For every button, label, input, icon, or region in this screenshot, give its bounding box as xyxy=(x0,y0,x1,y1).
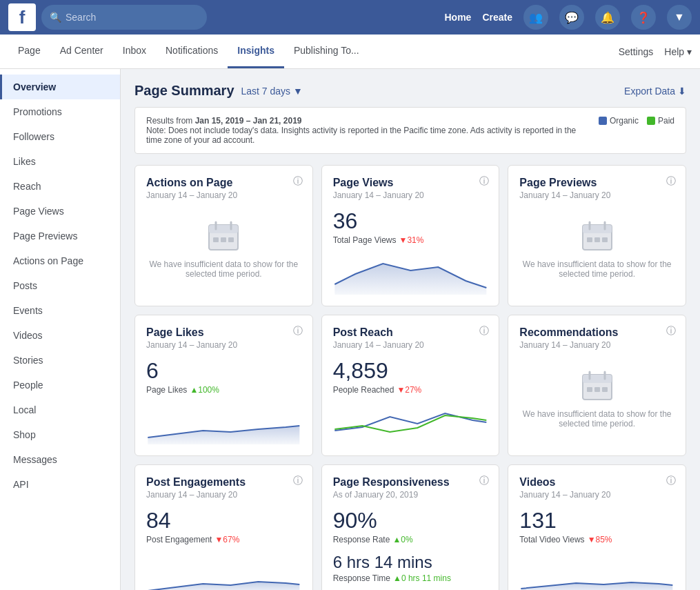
sidebar-item-page-previews[interactable]: Page Previews xyxy=(0,224,120,248)
sidebar-item-likes[interactable]: Likes xyxy=(0,149,120,174)
mini-chart xyxy=(146,553,301,590)
sidebar-item-people[interactable]: People xyxy=(0,373,120,397)
sidebar-item-overview[interactable]: Overview xyxy=(0,75,120,99)
sidebar-item-actions-on-page[interactable]: Actions on Page xyxy=(0,248,120,273)
people-icon[interactable]: 👥 xyxy=(523,5,548,30)
response-time-subtext: Response Time ▲0 hrs 11 mins xyxy=(333,573,488,583)
summary-title: Page Summary xyxy=(134,83,234,99)
info-icon[interactable]: ⓘ xyxy=(666,475,676,487)
trend-indicator: ▼27% xyxy=(397,385,421,395)
subtext-label: Total Page Views xyxy=(333,235,397,245)
page-nav-item-publishing[interactable]: Publishing To... xyxy=(284,35,369,68)
info-dates: Results from Jan 15, 2019 – Jan 21, 2019 xyxy=(146,116,590,126)
info-icon[interactable]: ⓘ xyxy=(479,175,489,188)
info-icon[interactable]: ⓘ xyxy=(666,325,676,337)
page-nav-item-page[interactable]: Page xyxy=(8,35,50,68)
search-input[interactable] xyxy=(66,12,190,23)
svg-rect-11 xyxy=(587,237,592,242)
page-nav-item-adcenter[interactable]: Ad Center xyxy=(50,35,113,68)
help-link[interactable]: Help ▾ xyxy=(664,46,692,57)
card-grid: Actions on Page January 14 – January 20 … xyxy=(134,165,686,590)
card-title: Page Likes xyxy=(146,326,301,339)
legend-organic: Organic xyxy=(599,116,639,126)
top-nav-right: Home Create 👥 💬 🔔 ❓ ▼ xyxy=(445,5,692,30)
card-actions-on-page: Actions on Page January 14 – January 20 … xyxy=(134,165,313,306)
insufficient-text: We have insufficient data to show for th… xyxy=(519,259,674,279)
sidebar-item-reach[interactable]: Reach xyxy=(0,174,120,199)
chart-svg xyxy=(146,403,301,444)
mini-chart xyxy=(333,253,488,295)
card-page-likes: Page Likes January 14 – January 20 ⓘ 6 P… xyxy=(134,315,313,456)
info-icon[interactable]: ⓘ xyxy=(293,175,303,188)
card-subtext: People Reached ▼27% xyxy=(333,385,488,395)
sidebar-item-videos[interactable]: Videos xyxy=(0,323,120,348)
dropdown-icon[interactable]: ▼ xyxy=(667,5,692,30)
card-subtext: Post Engagement ▼67% xyxy=(146,535,301,544)
paid-dot xyxy=(647,117,655,125)
sidebar-item-posts[interactable]: Posts xyxy=(0,273,120,298)
subtext-label: Total Video Views xyxy=(519,535,584,544)
page-nav-item-notifications[interactable]: Notifications xyxy=(156,35,228,68)
svg-rect-6 xyxy=(228,237,234,242)
card-title: Actions on Page xyxy=(146,177,301,189)
export-button[interactable]: Export Data ⬇ xyxy=(624,86,686,97)
trend-indicator: ▲100% xyxy=(190,385,219,395)
info-icon[interactable]: ⓘ xyxy=(479,325,489,337)
search-icon: 🔍 xyxy=(50,12,61,23)
bell-icon[interactable]: 🔔 xyxy=(595,5,620,30)
sidebar-item-followers[interactable]: Followers xyxy=(0,124,120,149)
page-nav-left: Page Ad Center Inbox Notifications Insig… xyxy=(8,35,369,68)
info-icon[interactable]: ⓘ xyxy=(293,325,303,337)
card-videos: Videos January 14 – January 20 ⓘ 131 Tot… xyxy=(508,464,686,590)
info-icon[interactable]: ⓘ xyxy=(479,475,489,487)
help-icon[interactable]: ❓ xyxy=(631,5,656,30)
subtext-label: Page Likes xyxy=(146,385,187,395)
trend-indicator: ▼31% xyxy=(399,235,424,245)
sidebar-item-local[interactable]: Local xyxy=(0,397,120,422)
insufficient-text: We have insufficient data to show for th… xyxy=(146,259,301,279)
summary-period[interactable]: Last 7 days ▼ xyxy=(241,86,303,97)
info-banner: Results from Jan 15, 2019 – Jan 21, 2019… xyxy=(134,107,686,154)
settings-link[interactable]: Settings xyxy=(619,46,654,57)
card-date: January 14 – January 20 xyxy=(519,490,674,500)
card-date: January 14 – January 20 xyxy=(146,490,301,500)
home-link[interactable]: Home xyxy=(445,12,472,23)
search-box[interactable]: 🔍 xyxy=(41,5,207,30)
chart-svg xyxy=(146,553,301,590)
info-icon[interactable]: ⓘ xyxy=(293,475,303,487)
page-nav-item-inbox[interactable]: Inbox xyxy=(113,35,156,68)
facebook-logo: f xyxy=(8,3,36,31)
sidebar-item-promotions[interactable]: Promotions xyxy=(0,99,120,124)
card-subtext: Total Page Views ▼31% xyxy=(333,235,488,245)
calendar-icon xyxy=(580,369,614,404)
top-nav-left: f 🔍 xyxy=(8,3,207,31)
sidebar-item-shop[interactable]: Shop xyxy=(0,422,120,447)
info-note: Note: Does not include today's data. Ins… xyxy=(146,126,590,145)
legend-paid: Paid xyxy=(647,116,674,126)
svg-rect-15 xyxy=(583,375,612,383)
messenger-icon[interactable]: 💬 xyxy=(559,5,584,30)
sidebar-item-events[interactable]: Events xyxy=(0,298,120,323)
card-value: 90% xyxy=(333,508,488,533)
card-recommendations: Recommendations January 14 – January 20 … xyxy=(508,315,686,456)
insufficient-data: We have insufficient data to show for th… xyxy=(146,208,301,290)
info-banner-text: Results from Jan 15, 2019 – Jan 21, 2019… xyxy=(146,116,590,145)
sidebar-item-api[interactable]: API xyxy=(0,472,120,497)
card-date: January 14 – January 20 xyxy=(146,190,301,200)
response-time-section: 6 hrs 14 mins Response Time ▲0 hrs 11 mi… xyxy=(333,553,488,583)
page-nav-item-insights[interactable]: Insights xyxy=(228,35,284,68)
card-value: 84 xyxy=(146,508,301,533)
card-value: 131 xyxy=(519,508,674,533)
card-title: Page Views xyxy=(333,177,488,189)
create-link[interactable]: Create xyxy=(482,12,512,23)
trend-indicator: ▼67% xyxy=(214,535,239,544)
card-date: January 14 – January 20 xyxy=(519,190,674,200)
info-icon[interactable]: ⓘ xyxy=(666,175,676,188)
sidebar-item-page-views[interactable]: Page Views xyxy=(0,199,120,224)
legend: Organic Paid xyxy=(599,116,674,126)
top-navigation: f 🔍 Home Create 👥 💬 🔔 ❓ ▼ xyxy=(0,0,700,35)
sidebar-item-stories[interactable]: Stories xyxy=(0,348,120,373)
subtext-label: Post Engagement xyxy=(146,535,212,544)
sidebar-item-messages[interactable]: Messages xyxy=(0,447,120,472)
paid-label: Paid xyxy=(658,116,674,126)
